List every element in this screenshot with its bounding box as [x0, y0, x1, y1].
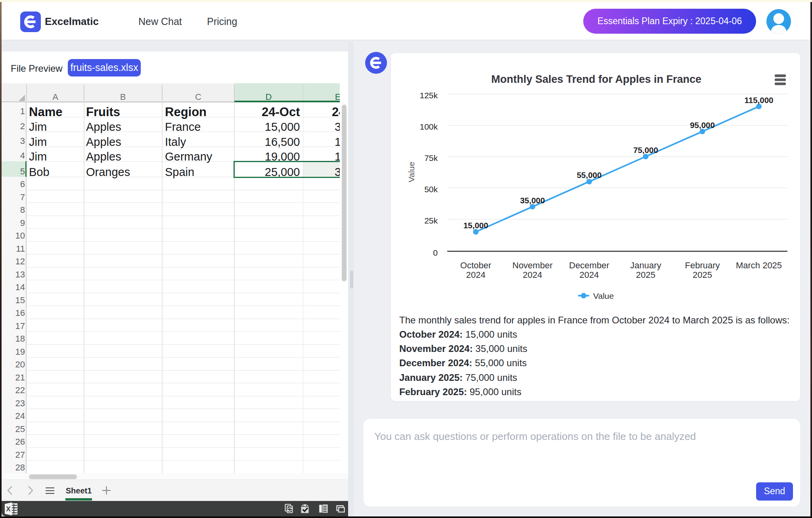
svg-text:115,000: 115,000 — [745, 96, 774, 105]
svg-text:2024: 2024 — [523, 270, 542, 280]
svg-text:2025: 2025 — [636, 270, 655, 280]
svg-text:15,000: 15,000 — [463, 221, 488, 230]
svg-text:2025: 2025 — [693, 270, 712, 280]
svg-text:X: X — [6, 505, 11, 513]
svg-text:Value: Value — [593, 291, 614, 300]
svg-text:March 2025: March 2025 — [736, 260, 782, 270]
svg-text:100k: 100k — [419, 122, 438, 131]
svg-text:2024: 2024 — [580, 270, 599, 280]
svg-text:November: November — [512, 260, 552, 270]
svg-text:55,000: 55,000 — [577, 170, 602, 180]
svg-text:75k: 75k — [424, 153, 438, 162]
svg-text:February: February — [685, 260, 720, 270]
svg-text:Monthly Sales Trend for Apples: Monthly Sales Trend for Apples in France — [491, 73, 701, 85]
svg-text:0: 0 — [433, 248, 438, 257]
svg-text:December: December — [569, 260, 609, 270]
svg-text:125k: 125k — [419, 91, 438, 100]
svg-text:January: January — [630, 260, 661, 270]
svg-text:95,000: 95,000 — [690, 120, 715, 130]
svg-text:35,000: 35,000 — [520, 196, 545, 205]
svg-text:2024: 2024 — [466, 270, 486, 280]
svg-text:Value: Value — [407, 162, 416, 182]
svg-text:75,000: 75,000 — [633, 145, 658, 155]
svg-text:50k: 50k — [424, 185, 438, 194]
svg-text:25k: 25k — [424, 216, 438, 225]
svg-text:October: October — [460, 260, 491, 270]
